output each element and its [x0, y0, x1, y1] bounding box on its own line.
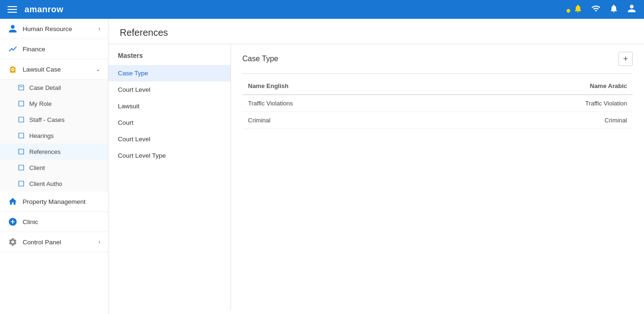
- master-item-case-type[interactable]: Case Type: [108, 65, 231, 81]
- finance-label: Finance: [23, 46, 100, 53]
- navbar-right: ●: [566, 4, 636, 16]
- client-autho-label: Client Autho: [29, 180, 62, 187]
- col-name-arabic: Name Arabic: [443, 78, 633, 95]
- svg-rect-5: [19, 149, 24, 154]
- hearings-icon: [17, 131, 25, 140]
- cell-name-ar-1: Traffic Violation: [443, 95, 633, 112]
- sidebar-item-my-role[interactable]: My Role: [0, 96, 108, 112]
- navbar-left: amanrow: [8, 5, 64, 15]
- hearings-label: Hearings: [29, 132, 54, 139]
- sidebar-item-client[interactable]: Client: [0, 160, 108, 176]
- master-item-court-level[interactable]: Court Level: [108, 81, 231, 98]
- cell-name-ar-2: Criminal: [443, 112, 633, 129]
- svg-rect-0: [19, 85, 24, 90]
- case-detail-label: Case Detail: [29, 84, 61, 91]
- sidebar-item-lawsuit-case[interactable]: Lawsuit Case ⌄: [0, 59, 108, 80]
- case-type-table: Name English Name Arabic Traffic Violati…: [242, 78, 633, 129]
- masters-panel: Masters Case Type Court Level Lawsuit Co…: [108, 44, 231, 310]
- chart-icon: [8, 44, 18, 54]
- svg-rect-4: [19, 133, 24, 138]
- client-autho-icon: [17, 179, 25, 188]
- user-icon[interactable]: [627, 4, 636, 16]
- human-resource-label: Human Resource: [23, 25, 94, 32]
- staff-cases-icon: [17, 115, 25, 124]
- client-icon: [17, 163, 25, 172]
- hamburger-menu[interactable]: [8, 6, 17, 13]
- references-icon: [17, 147, 25, 156]
- lawsuit-case-label: Lawsuit Case: [23, 66, 91, 73]
- main-layout: Human Resource ‹ Finance Lawsuit Case ⌄: [0, 19, 644, 314]
- home-icon: [8, 196, 18, 207]
- case-detail-icon: [17, 83, 25, 92]
- sidebar-item-clinic[interactable]: Clinic: [0, 212, 108, 232]
- content-area: References Masters Case Type Court Level…: [108, 19, 644, 314]
- chevron-left-icon-cp: ‹: [99, 239, 100, 245]
- case-type-panel: Case Type + Name English Name Arabic Tra…: [231, 44, 644, 310]
- masters-title: Masters: [108, 52, 231, 65]
- client-label: Client: [29, 164, 45, 171]
- chevron-down-icon: ⌄: [96, 66, 100, 72]
- scale-icon: [8, 64, 18, 74]
- property-management-label: Property Management: [23, 198, 100, 205]
- master-item-court-level-2[interactable]: Court Level: [108, 131, 231, 147]
- sidebar-item-finance[interactable]: Finance: [0, 39, 108, 59]
- page-title: References: [120, 27, 633, 38]
- app-brand: amanrow: [25, 5, 64, 15]
- cell-name-en-1: Traffic Violations: [242, 95, 443, 112]
- sidebar-item-hearings[interactable]: Hearings: [0, 128, 108, 144]
- control-panel-label: Control Panel: [23, 239, 94, 246]
- sidebar-item-client-autho[interactable]: Client Autho: [0, 176, 108, 192]
- sidebar-item-case-detail[interactable]: Case Detail: [0, 80, 108, 96]
- svg-rect-3: [19, 117, 24, 122]
- lawsuit-submenu: Case Detail My Role Staff - Cases Hearin…: [0, 80, 108, 192]
- chevron-left-icon: ‹: [99, 25, 100, 32]
- notification-icon[interactable]: [609, 4, 619, 16]
- wifi-icon[interactable]: [591, 4, 601, 16]
- content-body: Masters Case Type Court Level Lawsuit Co…: [108, 44, 644, 310]
- sidebar-item-control-panel[interactable]: Control Panel ‹: [0, 232, 108, 252]
- clinic-label: Clinic: [23, 218, 100, 225]
- svg-rect-7: [19, 181, 24, 186]
- table-row[interactable]: Traffic Violations Traffic Violation: [242, 95, 633, 112]
- sidebar-item-property-management[interactable]: Property Management: [0, 192, 108, 212]
- bell-icon[interactable]: ●: [566, 4, 583, 16]
- my-role-label: My Role: [29, 100, 52, 107]
- master-item-court[interactable]: Court: [108, 114, 231, 131]
- my-role-icon: [17, 99, 25, 108]
- add-button[interactable]: +: [619, 52, 633, 66]
- sidebar-item-staff-cases[interactable]: Staff - Cases: [0, 112, 108, 128]
- table-row[interactable]: Criminal Criminal: [242, 112, 633, 129]
- sidebar-item-human-resource[interactable]: Human Resource ‹: [0, 19, 108, 39]
- references-header: References: [108, 19, 644, 44]
- staff-cases-label: Staff - Cases: [29, 116, 65, 123]
- sidebar-item-references[interactable]: References: [0, 144, 108, 160]
- case-type-title: Case Type: [242, 55, 278, 63]
- case-type-header: Case Type +: [242, 52, 633, 70]
- navbar: amanrow ●: [0, 0, 644, 19]
- master-item-lawsuit[interactable]: Lawsuit: [108, 98, 231, 114]
- references-label: References: [29, 148, 60, 155]
- person-icon: [8, 24, 18, 34]
- master-item-court-level-type[interactable]: Court Level Type: [108, 147, 231, 164]
- clinic-icon: [8, 217, 18, 227]
- gear-icon: [8, 237, 18, 247]
- svg-rect-6: [19, 165, 24, 170]
- sidebar: Human Resource ‹ Finance Lawsuit Case ⌄: [0, 19, 108, 314]
- col-name-english: Name English: [242, 78, 443, 95]
- svg-rect-2: [19, 101, 24, 106]
- cell-name-en-2: Criminal: [242, 112, 443, 129]
